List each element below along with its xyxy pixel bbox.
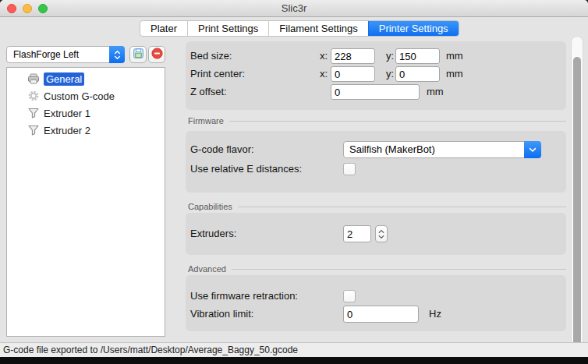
delete-minus-icon <box>151 48 163 62</box>
funnel-icon <box>27 108 40 118</box>
extruders-input[interactable] <box>343 225 371 242</box>
desktop-edge-strip <box>0 357 588 364</box>
traffic-lights <box>7 4 48 13</box>
firmware-retraction-label: Use firmware retraction: <box>190 290 298 302</box>
status-text: G-code file exported to /Users/matt/Desk… <box>0 343 588 357</box>
bed-size-y-input[interactable] <box>395 48 440 64</box>
tree-item-label: Extruder 1 <box>44 108 90 119</box>
tab-bar: Plater Print Settings Filament Settings … <box>140 20 459 37</box>
print-center-y-label: y: <box>386 66 394 82</box>
stepper-down-icon <box>378 235 384 239</box>
firmware-section-title: Firmware <box>188 116 229 125</box>
tab-plater[interactable]: Plater <box>140 21 187 36</box>
save-floppy-icon <box>133 48 143 62</box>
print-center-x-input[interactable] <box>331 66 375 82</box>
tab-printer-settings[interactable]: Printer Settings <box>368 21 459 36</box>
section-divider <box>232 269 566 270</box>
status-bar: G-code file exported to /Users/matt/Desk… <box>0 342 588 357</box>
capabilities-section-title: Capabilities <box>188 202 238 211</box>
tree-item-label: Custom G-code <box>44 90 115 102</box>
close-window-button[interactable] <box>7 4 16 13</box>
gcode-flavor-value: Sailfish (MakerBot) <box>344 142 540 157</box>
extruders-stepper[interactable] <box>375 225 388 242</box>
scrollbar-thumb[interactable] <box>573 57 581 349</box>
window-title: Slic3r <box>0 0 588 16</box>
chevron-up-down-icon <box>109 46 125 63</box>
capabilities-section-header: Capabilities <box>188 202 566 211</box>
save-preset-button[interactable] <box>129 46 147 63</box>
slic3r-window: Slic3r Plater Print Settings Filament Se… <box>0 0 588 364</box>
section-divider <box>229 121 566 122</box>
vibration-limit-label: Vibration limit: <box>190 306 253 323</box>
firmware-group-box: G-code flavor: Sailfish (MakerBot) Use r… <box>186 131 566 193</box>
bed-size-x-input[interactable] <box>331 48 375 64</box>
delete-preset-button[interactable] <box>148 46 165 63</box>
zoom-window-button[interactable] <box>38 4 48 13</box>
bed-size-label: Bed size: <box>190 48 232 64</box>
print-center-label: Print center: <box>190 66 245 82</box>
section-divider <box>238 207 566 207</box>
bed-size-unit: mm <box>446 48 463 64</box>
stepper-up-icon <box>378 229 384 234</box>
advanced-section-header: Advanced <box>188 264 566 274</box>
tree-item-extruder-2[interactable]: Extruder 2 <box>7 122 165 139</box>
tree-item-custom-gcode[interactable]: Custom G-code <box>7 87 165 104</box>
gcode-flavor-dropdown[interactable]: Sailfish (MakerBot) <box>343 141 541 158</box>
z-offset-input[interactable] <box>331 84 420 100</box>
gear-icon <box>27 90 40 101</box>
z-offset-label: Z offset: <box>190 84 227 100</box>
print-center-unit: mm <box>446 66 463 82</box>
vibration-limit-unit: Hz <box>429 306 441 323</box>
printer-icon <box>27 73 40 84</box>
preset-dropdown[interactable]: FlashForge Left <box>6 46 125 63</box>
minimize-window-button[interactable] <box>23 4 32 13</box>
bed-size-y-label: y: <box>386 48 394 64</box>
z-offset-unit: mm <box>427 84 444 100</box>
gcode-flavor-label: G-code flavor: <box>190 141 254 158</box>
firmware-retraction-checkbox[interactable] <box>343 290 356 302</box>
tab-print-settings[interactable]: Print Settings <box>187 21 268 36</box>
print-center-y-input[interactable] <box>395 66 440 82</box>
preset-dropdown-value: FlashForge Left <box>7 47 124 62</box>
tree-item-label: General <box>44 72 84 86</box>
capabilities-group-box: Extruders: <box>186 213 566 255</box>
advanced-group-box: Use firmware retraction: Vibration limit… <box>186 275 566 331</box>
funnel-icon <box>27 125 40 136</box>
vibration-limit-input[interactable] <box>343 306 419 323</box>
title-bar: Slic3r <box>0 0 588 17</box>
extruders-label: Extruders: <box>190 225 236 242</box>
tree-item-extruder-1[interactable]: Extruder 1 <box>7 104 165 122</box>
chevron-down-icon <box>524 141 541 158</box>
settings-tree: General Custom G-code Extruder 1 <box>6 67 165 337</box>
print-center-x-label: x: <box>320 66 328 82</box>
firmware-section-header: Firmware <box>188 116 566 125</box>
vertical-scrollbar[interactable] <box>571 36 583 355</box>
bed-size-x-label: x: <box>320 48 328 64</box>
advanced-section-title: Advanced <box>188 264 232 274</box>
size-group-box: Bed size: x: y: mm Print center: x: y: m… <box>186 41 566 110</box>
tree-item-general[interactable]: General <box>7 70 165 87</box>
tab-filament-settings[interactable]: Filament Settings <box>268 21 367 36</box>
relative-e-checkbox[interactable] <box>343 163 356 175</box>
relative-e-label: Use relative E distances: <box>190 163 302 175</box>
tree-item-label: Extruder 2 <box>44 125 90 136</box>
